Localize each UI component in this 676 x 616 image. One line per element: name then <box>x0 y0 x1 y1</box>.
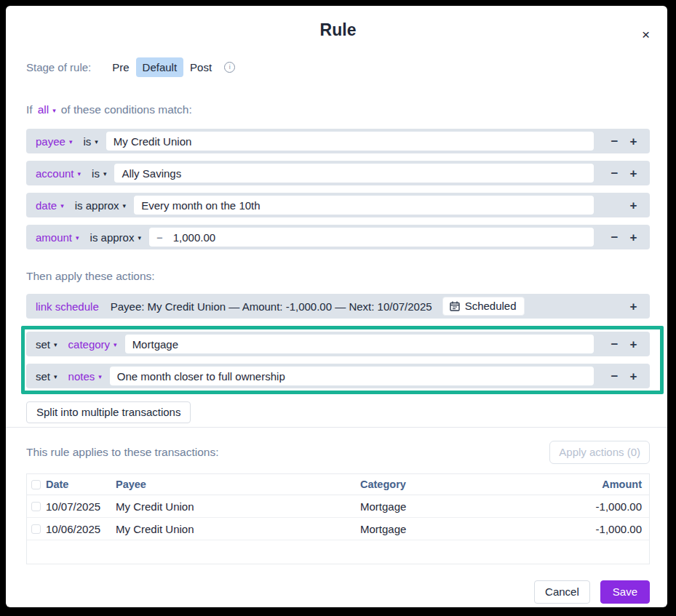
table-row[interactable]: 10/07/2025 My Credit Union Mortgage -1,0… <box>27 495 649 518</box>
action-row-set-category: set ▾ category ▾ Mortgage − + <box>26 332 650 356</box>
condition-op-dropdown[interactable]: is approx ▾ <box>75 199 126 212</box>
chevron-down-icon: ▾ <box>114 342 117 348</box>
cell-category: Mortgage <box>360 500 540 513</box>
action-verb-label: set <box>36 370 50 383</box>
condition-row-amount: amount ▾ is approx ▾ − 1,000.00 − + <box>26 225 650 249</box>
split-transactions-button[interactable]: Split into multiple transactions <box>26 401 191 423</box>
chevron-down-icon: ▾ <box>54 374 57 380</box>
action-value-input[interactable]: One month closer to full ownership <box>110 367 594 385</box>
cancel-button[interactable]: Cancel <box>534 580 590 604</box>
chevron-down-icon: ▾ <box>60 203 64 209</box>
action-field-dropdown[interactable]: category ▾ <box>68 338 117 351</box>
condition-op-dropdown[interactable]: is approx ▾ <box>90 231 141 244</box>
condition-field-dropdown[interactable]: payee ▾ <box>36 135 72 148</box>
close-icon[interactable]: × <box>639 25 653 44</box>
condition-field-dropdown[interactable]: account ▾ <box>36 167 81 180</box>
action-verb-label: set <box>36 338 50 351</box>
add-condition-button[interactable]: + <box>627 167 640 180</box>
condition-value-input[interactable]: My Credit Union <box>106 132 594 151</box>
dialog-footer: Cancel Save <box>26 580 650 604</box>
empty-table-row <box>27 540 649 564</box>
add-condition-button[interactable]: + <box>627 135 640 148</box>
table-header-row: Date Payee Category Amount <box>27 474 649 495</box>
chevron-down-icon: ▾ <box>98 374 102 380</box>
cell-payee: My Credit Union <box>116 523 360 535</box>
add-action-button[interactable]: + <box>627 300 640 313</box>
section-divider <box>6 427 667 428</box>
select-all-checkbox[interactable] <box>31 480 41 489</box>
action-field-dropdown[interactable]: notes ▾ <box>68 370 102 383</box>
condition-field-label: date <box>36 199 57 212</box>
amount-sign-toggle[interactable]: − <box>156 231 163 244</box>
remove-action-button[interactable]: − <box>608 370 621 383</box>
transactions-header: This rule applies to these transactions:… <box>26 441 650 464</box>
condition-op-label: is <box>83 135 91 148</box>
add-condition-button[interactable]: + <box>627 231 640 244</box>
table-row[interactable]: 10/06/2025 My Credit Union Mortgage -1,0… <box>27 518 649 540</box>
cell-amount: -1,000.00 <box>540 523 649 535</box>
action-verb-dropdown[interactable]: set ▾ <box>36 370 57 383</box>
condition-row-date: date ▾ is approx ▾ Every month on the 10… <box>26 193 650 217</box>
condition-value-input[interactable]: Ally Savings <box>114 164 594 183</box>
add-action-button[interactable]: + <box>627 370 640 383</box>
chevron-down-icon: ▾ <box>103 171 107 177</box>
chevron-down-icon: ▾ <box>123 203 127 209</box>
stage-option-post[interactable]: Post <box>183 57 218 77</box>
page-title: Rule <box>26 20 650 41</box>
condition-field-label: account <box>36 167 74 180</box>
condition-value: My Credit Union <box>114 135 192 148</box>
remove-action-button[interactable]: − <box>608 338 621 351</box>
action-row-set-notes: set ▾ notes ▾ One month closer to full o… <box>26 364 650 388</box>
scheduled-button[interactable]: Scheduled <box>442 297 525 316</box>
condition-field-dropdown[interactable]: date ▾ <box>36 199 64 212</box>
calendar-icon <box>450 301 460 311</box>
column-header-amount: Amount <box>540 479 649 490</box>
condition-field-label: amount <box>36 231 72 244</box>
condition-op-dropdown[interactable]: is ▾ <box>92 167 106 180</box>
stage-option-pre[interactable]: Pre <box>106 57 135 77</box>
remove-condition-button[interactable]: − <box>608 135 621 148</box>
cell-category: Mortgage <box>360 523 540 535</box>
add-condition-button[interactable]: + <box>627 199 640 212</box>
action-value: One month closer to full ownership <box>117 370 285 383</box>
schedule-description: Payee: My Credit Union — Amount: -1,000.… <box>111 300 432 313</box>
match-type-dropdown[interactable]: all ▾ <box>38 103 56 116</box>
cell-amount: -1,000.00 <box>540 500 649 513</box>
condition-field-label: payee <box>36 135 65 148</box>
chevron-down-icon: ▾ <box>69 139 73 145</box>
remove-condition-button[interactable]: − <box>608 231 621 244</box>
actions-heading: Then apply these actions: <box>26 270 650 283</box>
condition-value-input[interactable]: Every month on the 10th <box>134 196 594 215</box>
row-checkbox[interactable] <box>31 502 41 511</box>
cell-date: 10/06/2025 <box>46 523 116 535</box>
stage-label: Stage of rule: <box>26 61 91 73</box>
action-field-label: category <box>68 338 111 351</box>
chevron-down-icon: ▾ <box>54 342 57 348</box>
remove-condition-button[interactable]: − <box>608 167 621 180</box>
chevron-down-icon: ▾ <box>76 235 79 241</box>
condition-value: Ally Savings <box>122 167 181 180</box>
rule-dialog: Rule × Stage of rule: Pre Default Post i… <box>6 6 667 607</box>
link-schedule-button[interactable]: link schedule <box>36 300 99 313</box>
condition-op-label: is <box>92 167 100 180</box>
info-icon: i <box>224 62 235 73</box>
action-verb-dropdown[interactable]: set ▾ <box>36 338 57 351</box>
condition-value: 1,000.00 <box>173 231 215 244</box>
stage-of-rule-row: Stage of rule: Pre Default Post i <box>26 57 650 77</box>
conditions-intro-prefix: If <box>26 103 33 116</box>
chevron-down-icon: ▾ <box>138 235 141 241</box>
apply-actions-button[interactable]: Apply actions (0) <box>549 441 650 464</box>
condition-row-payee: payee ▾ is ▾ My Credit Union − + <box>26 129 650 153</box>
stage-option-default[interactable]: Default <box>136 57 184 77</box>
action-field-label: notes <box>68 370 95 383</box>
transactions-heading: This rule applies to these transactions: <box>26 446 219 459</box>
action-value-input[interactable]: Mortgage <box>125 335 594 353</box>
add-action-button[interactable]: + <box>627 338 640 351</box>
condition-op-dropdown[interactable]: is ▾ <box>83 135 98 148</box>
save-button[interactable]: Save <box>600 580 650 604</box>
row-checkbox[interactable] <box>31 524 41 534</box>
condition-field-dropdown[interactable]: amount ▾ <box>36 231 79 244</box>
chevron-down-icon: ▾ <box>78 171 81 177</box>
action-row-link-schedule: link schedule Payee: My Credit Union — A… <box>26 294 650 319</box>
condition-amount-input[interactable]: − 1,000.00 <box>149 228 594 247</box>
